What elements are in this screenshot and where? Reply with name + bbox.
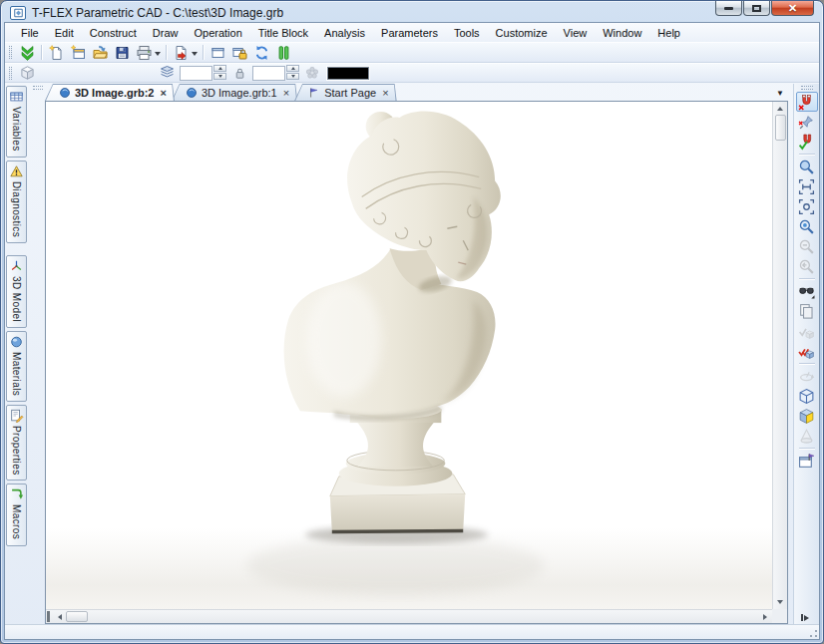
previous-view-button[interactable] [796,256,818,276]
start-page-window-button[interactable] [796,451,818,471]
vertical-scrollbar[interactable] [772,102,787,609]
menu-customize[interactable]: Customize [488,25,556,41]
lock-button[interactable] [228,64,250,83]
layer-input[interactable] [180,66,212,81]
new-from-prototype-button[interactable] [67,43,89,62]
3d-viewport[interactable] [46,102,772,609]
toolbar-grip[interactable] [9,46,12,59]
check-3d-model-button[interactable] [796,341,818,361]
view-modes-button[interactable] [796,281,818,301]
doc-tab-3d-image-1[interactable]: 3D Image.grb:1 × [172,84,297,101]
fit-page-button[interactable] [796,176,818,196]
scroll-right-button[interactable] [759,610,772,623]
layer-spin-up[interactable] [213,65,226,72]
sidebar-tab-properties[interactable]: Properties [6,405,27,482]
sidebar-tab-materials[interactable]: Materials [6,331,27,402]
create-node-button[interactable] [796,112,818,132]
scroll-left-button[interactable] [53,610,66,623]
window-flag-icon [798,453,815,470]
scroll-down-button[interactable] [774,596,787,609]
color-group-button[interactable] [301,64,323,83]
sidebar-tab-macros[interactable]: Macros [6,483,27,545]
toolbar-separator [41,45,42,60]
3d-scene-button[interactable] [16,64,38,83]
zoom-out-button[interactable] [796,236,818,256]
print-dropdown-caret[interactable] [155,52,161,59]
sidebar-tab-3d-model[interactable]: 3D Model [6,255,27,328]
open-document-button[interactable] [89,43,111,62]
resize-grip[interactable] [806,626,818,638]
layer-spinner [180,65,226,81]
horizontal-scrollbar[interactable] [46,609,772,623]
minimize-button[interactable] [715,1,742,16]
level-spin-up[interactable] [286,65,299,72]
object-snap-button[interactable] [796,92,818,112]
layers-button[interactable] [156,64,178,83]
doc-tab-label: 3D Image.grb:2 [75,87,154,99]
maximize-button[interactable] [743,1,770,16]
menu-construct[interactable]: Construct [82,25,145,41]
tabbar-grip[interactable] [33,86,43,90]
tab-list-dropdown[interactable]: ▼ [776,89,788,101]
window-lock-icon [231,45,248,61]
level-input[interactable] [252,66,285,81]
app-window: T-FLEX Parametric CAD - C:\test\3D Image… [0,0,824,644]
toolbar-separator [799,363,815,364]
menu-view[interactable]: View [556,25,596,41]
rotate-scene-button[interactable] [796,366,818,386]
toolbar-options-button[interactable] [16,43,38,62]
menu-analysis[interactable]: Analysis [316,25,373,41]
zoom-dynamic-button[interactable] [796,216,818,236]
lock-icon [232,66,247,81]
menu-help[interactable]: Help [649,25,688,41]
enable-snap-button[interactable] [796,132,818,152]
fit-page-icon [798,178,815,195]
menu-edit[interactable]: Edit [47,25,82,41]
shaded-view-button[interactable] [796,406,818,426]
new-document-icon [48,45,65,61]
sidebar-tab-variables[interactable]: Variables [6,86,27,158]
scroll-up-button[interactable] [774,102,787,115]
insert-picture-dropdown-caret[interactable] [192,52,198,59]
insert-picture-button[interactable] [170,43,192,62]
doc-tab-3d-image-2[interactable]: 3D Image.grb:2 × [45,84,175,101]
current-color-swatch[interactable] [327,67,369,80]
pause-regeneration-button[interactable] [272,43,294,62]
toolbar-grip[interactable] [9,67,12,80]
vertical-scroll-thumb[interactable] [775,115,786,141]
menu-tools[interactable]: Tools [446,25,488,41]
layer-spin-down[interactable] [213,73,226,80]
menu-window[interactable]: Window [595,25,649,41]
pages-button[interactable] [796,301,818,321]
pane-splitter[interactable] [47,611,50,622]
toolbar-overflow-button[interactable] [801,614,812,621]
sidebar-tab-diagnostics[interactable]: Diagnostics [6,161,27,243]
wireframe-view-button[interactable] [796,386,818,406]
horizontal-scroll-thumb[interactable] [66,611,88,622]
new-document-button[interactable] [45,43,67,62]
title-bar[interactable]: T-FLEX Parametric CAD - C:\test\3D Image… [1,1,823,22]
zoom-window-button[interactable] [796,157,818,176]
new-window-button[interactable] [206,43,228,62]
section-view-button[interactable] [796,426,818,446]
tab-close-button[interactable]: × [382,89,388,98]
standard-toolbar [5,42,819,63]
menu-operation[interactable]: Operation [186,25,249,41]
toolbar-grip[interactable] [801,86,813,90]
menu-parameters[interactable]: Parameters [373,25,446,41]
app-icon[interactable] [10,6,26,20]
menu-draw[interactable]: Draw [145,25,187,41]
document-protection-button[interactable] [228,43,250,62]
tab-close-button[interactable]: × [160,89,166,98]
menu-title-block[interactable]: Title Block [250,25,316,41]
menu-file[interactable]: File [13,25,47,41]
tab-close-button[interactable]: × [283,89,289,98]
level-spin-down[interactable] [286,73,299,80]
print-button[interactable] [133,43,155,62]
doc-tab-start-page[interactable]: Start Page × [294,84,396,101]
fit-objects-button[interactable] [796,196,818,216]
save-document-button[interactable] [111,43,133,62]
check-document-button[interactable] [796,321,818,341]
close-button[interactable]: ✕ [771,1,814,16]
regenerate-button[interactable] [250,43,272,62]
